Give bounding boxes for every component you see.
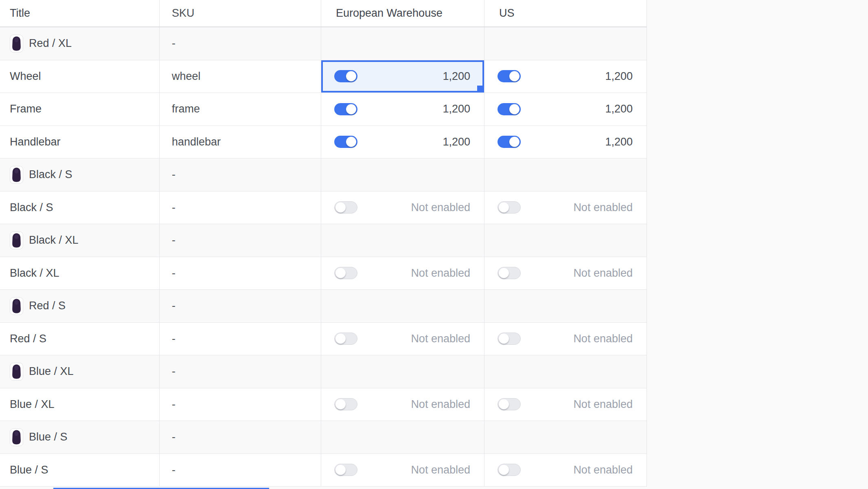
component-row: Wheel wheel 1,200 1,200 <box>0 60 647 93</box>
us-cell[interactable]: Not enabled <box>484 257 647 290</box>
table-header-row: Title SKU European Warehouse US <box>0 0 647 27</box>
toggle-knob <box>499 203 509 213</box>
stock-toggle-on[interactable] <box>334 70 357 82</box>
sku-cell[interactable]: - <box>160 421 321 454</box>
sku-cell[interactable]: - <box>160 192 321 224</box>
us-cell <box>484 355 647 388</box>
not-enabled-label: Not enabled <box>573 267 633 280</box>
variant-title: Black / XL <box>10 267 59 280</box>
sku-value: - <box>172 398 175 411</box>
stock-toggle-off[interactable] <box>334 398 357 410</box>
variant-group-row: Red / XL - <box>0 27 647 60</box>
sku-cell[interactable]: - <box>160 257 321 290</box>
stock-toggle-off[interactable] <box>498 267 521 279</box>
european-warehouse-cell[interactable]: Not enabled <box>321 323 484 355</box>
stock-toggle-off[interactable] <box>334 267 357 279</box>
sku-value: - <box>172 431 175 443</box>
us-cell[interactable]: Not enabled <box>484 323 647 355</box>
us-cell[interactable]: 1,200 <box>484 60 647 93</box>
stock-toggle-off[interactable] <box>498 333 521 345</box>
european-warehouse-cell[interactable]: 1,200 <box>321 126 484 159</box>
product-thumbnail-icon <box>10 166 23 184</box>
european-warehouse-cell <box>321 421 484 454</box>
sku-cell[interactable]: - <box>160 388 321 421</box>
quantity-value[interactable]: 1,200 <box>443 136 470 148</box>
european-warehouse-cell[interactable]: Not enabled <box>321 388 484 421</box>
component-row: Frame frame 1,200 1,200 <box>0 93 647 126</box>
not-enabled-label: Not enabled <box>411 464 470 476</box>
toggle-knob <box>335 334 346 344</box>
not-enabled-label: Not enabled <box>411 333 470 345</box>
variant-title: Black / S <box>29 168 72 181</box>
header-european-warehouse: European Warehouse <box>321 0 484 26</box>
quantity-value[interactable]: 1,200 <box>605 103 633 115</box>
european-warehouse-cell-focused[interactable]: 1,200 <box>321 60 484 93</box>
quantity-value[interactable]: 1,200 <box>605 136 633 148</box>
component-row: Handlebar handlebar 1,200 1,200 <box>0 126 647 159</box>
us-cell <box>484 27 647 60</box>
sku-cell[interactable]: frame <box>160 93 321 126</box>
sku-cell[interactable]: - <box>160 355 321 388</box>
toggle-knob <box>335 465 346 475</box>
variant-group-row: Blue / S - <box>0 421 647 454</box>
quantity-value[interactable]: 1,200 <box>605 70 633 83</box>
not-enabled-label: Not enabled <box>411 267 470 280</box>
variant-group-row: Red / S - <box>0 290 647 323</box>
sku-cell[interactable]: - <box>160 323 321 355</box>
title-cell: Black / S <box>0 159 160 191</box>
title-cell: Red / XL <box>0 27 160 60</box>
stock-toggle-off[interactable] <box>498 464 521 476</box>
title-cell: Black / S <box>0 192 160 224</box>
stock-toggle-off[interactable] <box>498 201 521 214</box>
title-cell: Black / XL <box>0 224 160 257</box>
sku-value: - <box>172 464 175 476</box>
sku-cell[interactable]: - <box>160 224 321 257</box>
us-cell[interactable]: Not enabled <box>484 192 647 224</box>
sku-cell[interactable]: - <box>160 159 321 191</box>
us-cell[interactable]: 1,200 <box>484 93 647 126</box>
sku-cell[interactable]: - <box>160 27 321 60</box>
inventory-bulk-editor: Title SKU European Warehouse US Red / XL… <box>0 0 868 489</box>
variant-title: Black / S <box>10 201 53 214</box>
european-warehouse-cell[interactable]: Not enabled <box>321 192 484 224</box>
us-cell <box>484 224 647 257</box>
us-cell[interactable]: 1,200 <box>484 126 647 159</box>
us-cell[interactable]: Not enabled <box>484 388 647 421</box>
european-warehouse-cell <box>321 224 484 257</box>
stock-toggle-on[interactable] <box>334 136 357 148</box>
not-enabled-label: Not enabled <box>573 464 633 476</box>
european-warehouse-cell[interactable]: Not enabled <box>321 257 484 290</box>
variant-title: Red / S <box>10 333 46 345</box>
sku-value: - <box>172 168 175 181</box>
quantity-value[interactable]: 1,200 <box>443 70 470 83</box>
variant-row: Red / S - Not enabled Not enabled <box>0 323 647 356</box>
not-enabled-label: Not enabled <box>573 398 633 411</box>
stock-toggle-off[interactable] <box>498 398 521 410</box>
title-cell: Red / S <box>0 290 160 322</box>
sku-cell[interactable]: wheel <box>160 60 321 93</box>
stock-toggle-off[interactable] <box>334 464 357 476</box>
not-enabled-label: Not enabled <box>411 201 470 214</box>
not-enabled-label: Not enabled <box>573 201 633 214</box>
us-cell[interactable]: Not enabled <box>484 454 647 487</box>
sku-value: handlebar <box>172 136 221 148</box>
stock-toggle-on[interactable] <box>498 70 521 82</box>
quantity-value[interactable]: 1,200 <box>443 103 470 115</box>
sku-value: - <box>172 37 175 50</box>
european-warehouse-cell <box>321 27 484 60</box>
european-warehouse-cell[interactable]: 1,200 <box>321 93 484 126</box>
stock-toggle-off[interactable] <box>334 333 357 345</box>
sku-cell[interactable]: handlebar <box>160 126 321 159</box>
stock-toggle-off[interactable] <box>334 201 357 214</box>
sku-cell[interactable]: - <box>160 454 321 487</box>
variant-title: Red / S <box>29 300 66 312</box>
variant-group-row: Blue / XL - <box>0 355 647 388</box>
european-warehouse-cell[interactable]: Not enabled <box>321 454 484 487</box>
stock-toggle-on[interactable] <box>334 103 357 115</box>
us-cell <box>484 159 647 191</box>
stock-toggle-on[interactable] <box>498 136 521 148</box>
stock-toggle-on[interactable] <box>498 103 521 115</box>
us-cell <box>484 421 647 454</box>
sku-cell[interactable]: - <box>160 290 321 322</box>
header-title: Title <box>0 0 160 26</box>
